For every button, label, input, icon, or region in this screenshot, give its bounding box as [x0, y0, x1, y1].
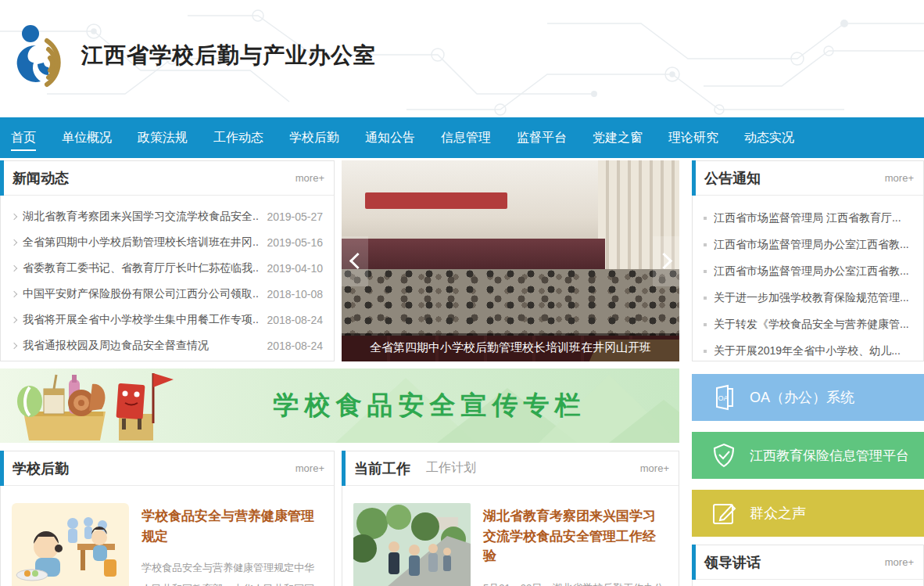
chevron-right-icon — [11, 290, 17, 297]
insurance-platform-label: 江西教育保险信息管理平台 — [750, 447, 909, 465]
school-logistics-header: 学校后勤 more+ — [1, 451, 334, 486]
svg-text:OA: OA — [718, 394, 729, 402]
bullet-icon — [704, 217, 707, 220]
nav-item-school-logistics[interactable]: 学校后勤 — [289, 117, 339, 158]
nav-item-theory-research[interactable]: 理论研究 — [668, 117, 718, 158]
news-carousel[interactable]: 全省第四期中小学校后勤管理校长培训班在井冈山开班 — [342, 160, 679, 361]
tab-work-plan[interactable]: 工作计划 — [426, 460, 476, 476]
news-item-title: 中国平安财产保险股份有限公司江西分公司领取... — [23, 287, 259, 301]
nav-item-party-building[interactable]: 党建之窗 — [593, 117, 643, 158]
oa-system-button[interactable]: OA OA（办公）系统 — [692, 374, 924, 421]
current-work-article-excerpt: 5月21—22日，湖北省学校后勤工作办公室组织部分市州教育局分管局长、后勤办主.… — [483, 577, 668, 586]
news-list: 湖北省教育考察团来兴国学习交流学校食品安全... 2019-05-27 全省第四… — [1, 196, 334, 358]
top-row: 新闻动态 more+ 湖北省教育考察团来兴国学习交流学校食品安全... 2019… — [0, 160, 679, 361]
bullet-icon — [704, 243, 707, 246]
notices-title: 公告通知 — [704, 169, 761, 188]
page: 江西省学校后勤与产业办公室 首页 单位概况 政策法规 工作动态 学校后勤 通知公… — [0, 0, 924, 586]
carousel-prev-button[interactable] — [342, 236, 368, 286]
news-panel: 新闻动态 more+ 湖北省教育考察团来兴国学习交流学校食品安全... 2019… — [0, 160, 335, 361]
food-safety-banner[interactable]: 学校食品安全宣传专栏 — [0, 368, 679, 443]
oa-system-label: OA（办公）系统 — [750, 388, 854, 407]
news-item-title: 我省通报校园及周边食品安全督查情况 — [23, 339, 259, 353]
chevron-right-icon — [11, 316, 17, 322]
current-work-panel: 当前工作 工作计划 more+ — [342, 451, 679, 586]
notice-list: 江西省市场监督管理局 江西省教育厅... 江西省市场监督管理局办公室江西省教..… — [693, 196, 923, 365]
news-list-item[interactable]: 全省第四期中小学校后勤管理校长培训班在井冈... 2019-05-16 — [12, 229, 323, 255]
insurance-platform-button[interactable]: 江西教育保险信息管理平台 — [692, 432, 924, 479]
carousel-next-button[interactable] — [653, 236, 679, 286]
nav-item-supervision-platform[interactable]: 监督平台 — [517, 117, 567, 158]
current-work-article: 湖北省教育考察团来兴国学习交流学校食品安全管理工作经验 5月21—22日，湖北省… — [342, 486, 679, 586]
main-column: 新闻动态 more+ 湖北省教育考察团来兴国学习交流学校食品安全... 2019… — [0, 160, 679, 586]
nav-item-live-updates[interactable]: 动态实况 — [744, 117, 794, 158]
notice-item-title: 关于进一步加强学校教育保险规范管理... — [714, 291, 909, 305]
nav-item-unit-overview[interactable]: 单位概况 — [62, 117, 112, 158]
news-list-item[interactable]: 省委教育工委书记、省教育厅厅长叶仁荪莅临我... 2019-04-10 — [12, 255, 323, 281]
bullet-icon — [704, 297, 707, 300]
nav-item-info-management[interactable]: 信息管理 — [441, 117, 491, 158]
news-list-item[interactable]: 我省将开展全省中小学校学生集中用餐工作专项... 2018-08-24 — [12, 307, 323, 333]
news-item-title: 全省第四期中小学校后勤管理校长培训班在井冈... — [23, 235, 259, 250]
news-panel-title: 新闻动态 — [13, 169, 69, 188]
sidebar: 公告通知 more+ 江西省市场监督管理局 江西省教育厅... 江西省市场监督管… — [692, 160, 924, 586]
current-work-article-body: 湖北省教育考察团来兴国学习交流学校食品安全管理工作经验 5月21—22日，湖北省… — [483, 503, 668, 586]
news-item-date: 2019-04-10 — [267, 262, 323, 275]
header-inner: 江西省学校后勤与产业办公室 — [0, 0, 924, 88]
news-item-title: 省委教育工委书记、省教育厅厅长叶仁荪莅临我... — [23, 261, 259, 275]
news-list-item[interactable]: 中国平安财产保险股份有限公司江西分公司领取... 2018-10-08 — [12, 281, 323, 307]
logistics-article: 学校食品安全与营养健康管理规定 学校食品安全与营养健康管理规定中华人民共和国教育… — [1, 486, 334, 586]
notice-list-item[interactable]: 江西省市场监督管理局办公室江西省教... — [704, 232, 912, 258]
bullet-icon — [704, 270, 707, 273]
news-item-date: 2019-05-27 — [267, 210, 323, 223]
news-item-date: 2018-08-24 — [267, 340, 323, 352]
current-work-article-title[interactable]: 湖北省教育考察团来兴国学习交流学校食品安全管理工作经验 — [483, 506, 668, 566]
school-logistics-title: 学校后勤 — [13, 459, 69, 478]
nav-item-home[interactable]: 首页 — [11, 117, 36, 158]
chevron-right-icon — [11, 239, 17, 245]
news-list-item[interactable]: 我省通报校园及周边食品安全督查情况 2018-08-24 — [12, 333, 323, 358]
nav-item-notices[interactable]: 通知公告 — [365, 117, 415, 158]
bullet-icon — [704, 350, 707, 353]
notice-list-item[interactable]: 关于转发《学校食品安全与营养健康管... — [704, 311, 912, 338]
banner-title: 学校食品安全宣传专栏 — [235, 388, 679, 423]
notice-list-item[interactable]: 江西省市场监督管理局办公室江西省教... — [704, 258, 912, 285]
current-work-more-link[interactable]: more+ — [640, 462, 669, 474]
bottom-row: 学校后勤 more+ — [0, 451, 679, 586]
public-voice-label: 群众之声 — [750, 504, 806, 523]
leader-speeches-title: 领导讲话 — [704, 553, 761, 572]
bullet-icon — [704, 323, 707, 326]
news-item-title: 我省将开展全省中小学校学生集中用餐工作专项... — [23, 313, 259, 327]
carousel-photo-curtain — [342, 239, 605, 271]
tab-current-work[interactable]: 当前工作 — [354, 459, 410, 478]
logistics-article-image[interactable] — [12, 503, 129, 586]
notice-list-item[interactable]: 江西省市场监督管理局 江西省教育厅... — [704, 205, 912, 232]
food-cartoon-illustration — [0, 368, 235, 443]
notices-more-link[interactable]: more+ — [885, 172, 914, 184]
school-logistics-more-link[interactable]: more+ — [295, 462, 324, 474]
notice-list-item[interactable]: 关于开展2019年全省中小学校、幼儿... — [704, 338, 912, 365]
chevron-right-icon — [11, 264, 17, 271]
news-more-link[interactable]: more+ — [295, 172, 324, 184]
news-item-title: 湖北省教育考察团来兴国学习交流学校食品安全... — [23, 210, 259, 224]
chevron-right-icon — [11, 342, 17, 348]
news-item-date: 2018-10-08 — [267, 288, 323, 300]
chevron-right-icon — [655, 253, 672, 269]
logistics-article-title[interactable]: 学校食品安全与营养健康管理规定 — [141, 506, 323, 546]
nav-item-work-news[interactable]: 工作动态 — [213, 117, 263, 158]
leader-speeches-header: 领导讲话 more+ — [693, 545, 923, 580]
public-voice-button[interactable]: 群众之声 — [692, 490, 924, 537]
carousel-caption[interactable]: 全省第四期中小学校后勤管理校长培训班在井冈山开班 — [342, 333, 679, 361]
current-work-article-image[interactable] — [353, 503, 471, 586]
chevron-right-icon — [11, 213, 17, 219]
content: 新闻动态 more+ 湖北省教育考察团来兴国学习交流学校食品安全... 2019… — [0, 160, 924, 586]
notice-item-title: 江西省市场监督管理局办公室江西省教... — [714, 238, 909, 252]
site-logo-icon — [14, 23, 72, 88]
notice-list-item[interactable]: 关于进一步加强学校教育保险规范管理... — [704, 285, 912, 311]
notice-item-title: 关于转发《学校食品安全与营养健康管... — [714, 318, 909, 332]
leader-speeches-more-link[interactable]: more+ — [885, 556, 914, 568]
nav-item-policies[interactable]: 政策法规 — [138, 117, 188, 158]
news-item-date: 2018-08-24 — [267, 314, 323, 326]
news-list-item[interactable]: 湖北省教育考察团来兴国学习交流学校食品安全... 2019-05-27 — [12, 203, 323, 229]
notices-panel: 公告通知 more+ 江西省市场监督管理局 江西省教育厅... 江西省市场监督管… — [692, 160, 924, 361]
current-work-header: 当前工作 工作计划 more+ — [342, 451, 679, 486]
